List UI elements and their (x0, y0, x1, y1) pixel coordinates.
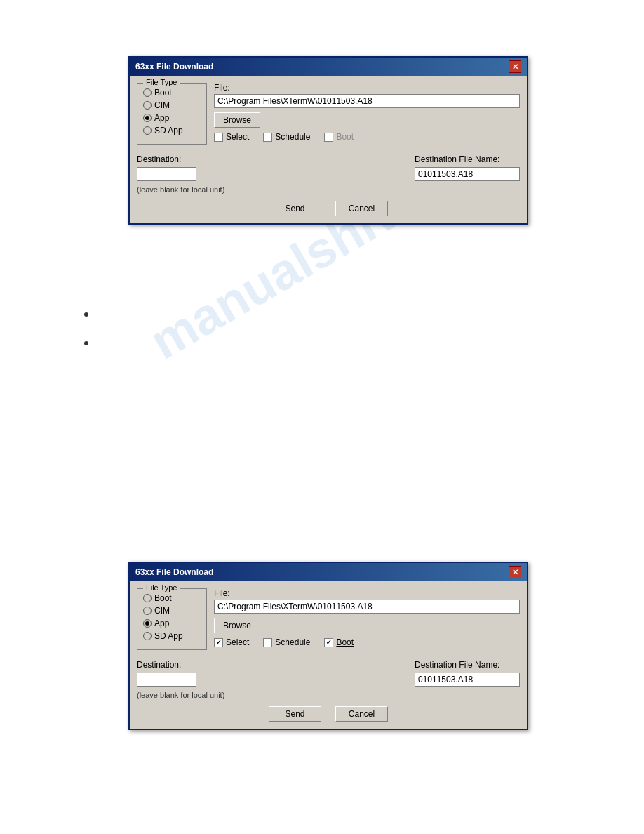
dialog-2-body: File Type Boot CIM App (130, 581, 527, 729)
dialog-2-select-label: Select (226, 637, 249, 647)
dialog-1: 63xx File Download ✕ File Type Boot CIM (128, 56, 528, 225)
dialog-2-boot-checkbox[interactable] (324, 638, 333, 647)
dialog-2-select-checkbox[interactable] (214, 638, 223, 647)
dialog-2-boot-label: Boot (336, 637, 354, 647)
dialog-2-checkbox-row: Select Schedule Boot (214, 637, 520, 647)
dialog-2-destfile-label: Destination File Name: (415, 660, 520, 670)
dialog-1-select-label: Select (226, 132, 249, 142)
dialog-2-file-type-group: File Type Boot CIM App (137, 588, 207, 650)
dialog-2-radio-boot[interactable]: Boot (143, 593, 201, 603)
dialog-1-file-type-col: File Type Boot CIM App (137, 83, 207, 150)
dialog-2-destfile-input[interactable] (415, 673, 520, 687)
dialog-1-radio-app-label: App (154, 113, 169, 123)
dialog-2-send-button[interactable]: Send (269, 706, 321, 722)
dialog-2-schedule-checkbox[interactable] (263, 638, 272, 647)
dialog-1-close-button[interactable]: ✕ (509, 60, 521, 73)
dialog-1-select-checkbox[interactable] (214, 133, 223, 142)
dialog-1-select-checkbox-item[interactable]: Select (214, 132, 249, 142)
dialog-1-cancel-button[interactable]: Cancel (335, 201, 388, 216)
dialog-1-dest-row: Destination: (leave blank for local unit… (137, 154, 520, 194)
dialog-2-file-type-legend: File Type (143, 583, 180, 592)
dialog-1-radio-boot[interactable]: Boot (143, 88, 201, 98)
dialog-2-radio-cim-label: CIM (154, 606, 170, 616)
dialog-2-radio-cim[interactable]: CIM (143, 606, 201, 616)
dialog-2-content: File Type Boot CIM App (137, 588, 520, 656)
dialog-2-close-button[interactable]: ✕ (509, 566, 521, 578)
bullet-1-dot (84, 312, 88, 317)
bullet-2-dot (84, 341, 88, 345)
dialog-1-file-row: File: (214, 83, 520, 108)
dialog-2-radio-app-circle (143, 619, 152, 628)
dialog-1-radio-app[interactable]: App (143, 113, 201, 123)
dialog-1-radio-sdapp[interactable]: SD App (143, 126, 201, 135)
dialog-1-destfile-col: Destination File Name: (415, 154, 520, 181)
dialog-1-file-label: File: (214, 83, 520, 93)
bullets-area (84, 309, 94, 366)
dialog-2-radio-boot-label: Boot (154, 593, 172, 603)
dialog-1-radio-boot-circle (143, 88, 152, 97)
dialog-1-button-row: Send Cancel (137, 201, 520, 216)
dialog-1-boot-checkbox (324, 133, 333, 142)
bullet-2 (84, 338, 94, 345)
dialog-2-file-type-col: File Type Boot CIM App (137, 588, 207, 656)
dialog-2-schedule-label: Schedule (275, 637, 310, 647)
dialog-2-schedule-checkbox-item[interactable]: Schedule (263, 637, 310, 647)
dialog-1-radio-cim-label: CIM (154, 100, 170, 110)
dialog-1-file-type-legend: File Type (143, 78, 180, 86)
dialog-1-boot-checkbox-item: Boot (324, 132, 354, 142)
dialog-2-radio-app-label: App (154, 618, 169, 628)
dialog-2-radio-cim-circle (143, 607, 152, 615)
dialog-2-dest-note: (leave blank for local unit) (137, 691, 224, 699)
dialog-2-titlebar: 63xx File Download ✕ (130, 563, 527, 581)
dialog-2-cancel-button[interactable]: Cancel (335, 706, 388, 722)
dialog-1-file-input[interactable] (214, 94, 520, 108)
dialog-2-dest-label: Destination: (137, 660, 224, 670)
dialog-2-file-row: File: (214, 588, 520, 614)
dialog-1-dest-col: Destination: (leave blank for local unit… (137, 154, 224, 194)
dialog-2-radio-sdapp-label: SD App (154, 631, 183, 641)
dialog-2-browse-button[interactable]: Browse (214, 618, 260, 633)
dialog-1-destfile-label: Destination File Name: (415, 154, 520, 164)
dialog-2-dest-col: Destination: (leave blank for local unit… (137, 660, 224, 699)
dialog-1-file-path-col: File: Browse Select Schedule (214, 83, 520, 150)
dialog-2-radio-sdapp-circle (143, 632, 152, 640)
dialog-2-radio-boot-circle (143, 594, 152, 602)
dialog-1-send-button[interactable]: Send (269, 201, 321, 216)
dialog-1-content: File Type Boot CIM App (137, 83, 520, 150)
dialog-2-file-input[interactable] (214, 600, 520, 614)
dialog-2-dest-input[interactable] (137, 673, 196, 687)
dialog-1-dest-input[interactable] (137, 167, 196, 181)
dialog-1-radio-app-circle (143, 114, 152, 122)
dialog-2-radio-app[interactable]: App (143, 618, 201, 628)
dialog-1-schedule-checkbox[interactable] (263, 133, 272, 142)
dialog-2-dest-row: Destination: (leave blank for local unit… (137, 660, 520, 699)
dialog-2-select-checkbox-item[interactable]: Select (214, 637, 249, 647)
dialog-2-radio-sdapp[interactable]: SD App (143, 631, 201, 641)
dialog-1-title: 63xx File Download (135, 62, 213, 72)
dialog-2-button-row: Send Cancel (137, 706, 520, 722)
dialog-2-file-label: File: (214, 588, 520, 598)
dialog-1-titlebar: 63xx File Download ✕ (130, 58, 527, 76)
dialog-1-checkbox-row: Select Schedule Boot (214, 132, 520, 142)
dialog-2-title: 63xx File Download (135, 567, 213, 577)
dialog-2-boot-checkbox-item[interactable]: Boot (324, 637, 354, 647)
dialog-2: 63xx File Download ✕ File Type Boot CIM (128, 562, 528, 730)
dialog-1-dest-label: Destination: (137, 154, 224, 164)
dialog-1-schedule-label: Schedule (275, 132, 310, 142)
dialog-2-destfile-col: Destination File Name: (415, 660, 520, 687)
bullet-1 (84, 309, 94, 317)
dialog-1-body: File Type Boot CIM App (130, 76, 527, 223)
dialog-1-file-type-group: File Type Boot CIM App (137, 83, 207, 145)
dialog-1-schedule-checkbox-item[interactable]: Schedule (263, 132, 310, 142)
dialog-1-browse-button[interactable]: Browse (214, 112, 260, 128)
dialog-1-radio-sdapp-circle (143, 126, 152, 135)
dialog-1-radio-boot-label: Boot (154, 88, 172, 98)
dialog-1-radio-cim[interactable]: CIM (143, 100, 201, 110)
dialog-1-dest-note: (leave blank for local unit) (137, 185, 224, 194)
dialog-1-radio-cim-circle (143, 101, 152, 110)
dialog-1-radio-sdapp-label: SD App (154, 126, 183, 135)
dialog-2-file-path-col: File: Browse Select Schedule (214, 588, 520, 656)
dialog-1-boot-label: Boot (336, 132, 354, 142)
dialog-1-destfile-input[interactable] (415, 167, 520, 181)
